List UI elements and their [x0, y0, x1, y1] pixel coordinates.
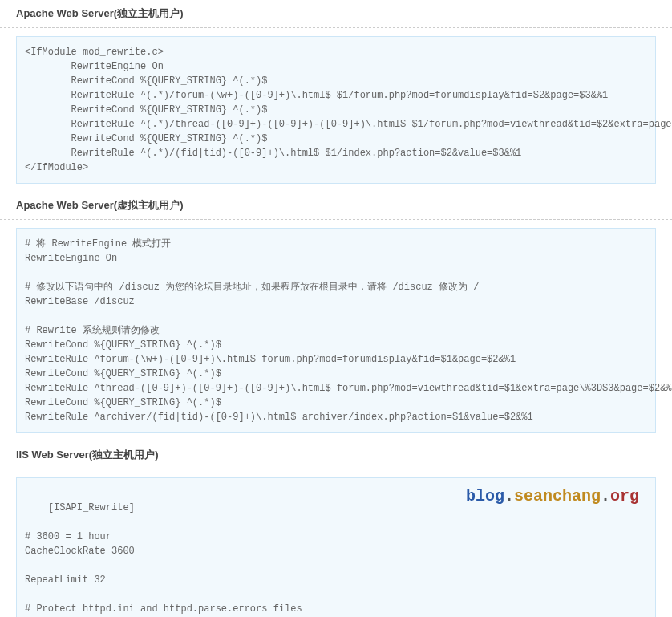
code-text: [ISAPI_Rewrite] # 3600 = 1 hour CacheClo…: [25, 502, 672, 617]
section-title: Apache Web Server(虚拟主机用户): [0, 192, 672, 220]
code-block: # 将 RewriteEngine 模式打开 RewriteEngine On …: [16, 228, 656, 433]
section-apache-virtual: Apache Web Server(虚拟主机用户) # 将 RewriteEng…: [0, 192, 672, 433]
section-title: IIS Web Server(独立主机用户): [0, 441, 672, 469]
watermark: blog.seanchang.org: [466, 485, 639, 509]
watermark-org: org: [610, 487, 639, 505]
section-apache-standalone: Apache Web Server(独立主机用户) <IfModule mod_…: [0, 0, 672, 184]
watermark-dot: .: [601, 487, 610, 505]
code-block: [ISAPI_Rewrite] # 3600 = 1 hour CacheClo…: [16, 477, 656, 617]
section-title: Apache Web Server(独立主机用户): [0, 0, 672, 28]
watermark-blog: blog: [466, 487, 504, 505]
code-block: <IfModule mod_rewrite.c> RewriteEngine O…: [16, 36, 656, 184]
section-iis-standalone: IIS Web Server(独立主机用户) [ISAPI_Rewrite] #…: [0, 441, 672, 617]
watermark-seanchang: seanchang: [514, 487, 601, 505]
watermark-dot: .: [504, 487, 514, 505]
